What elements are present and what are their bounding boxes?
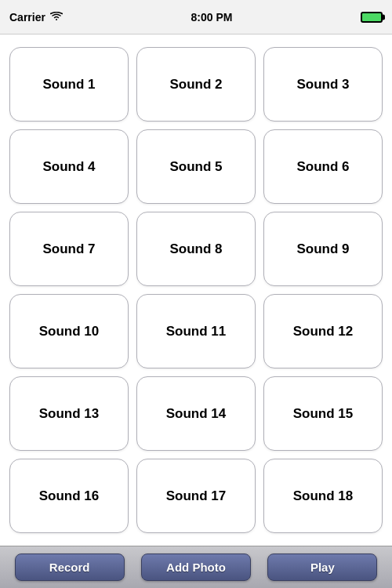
play-button[interactable]: Play: [267, 554, 377, 581]
sound-button-11[interactable]: Sound 11: [136, 294, 256, 368]
sound-button-7[interactable]: Sound 7: [9, 212, 129, 286]
status-left: Carrier: [9, 11, 63, 24]
battery-icon: [361, 12, 383, 23]
wifi-icon: [50, 11, 63, 24]
sound-button-3[interactable]: Sound 3: [263, 47, 383, 122]
sound-button-15[interactable]: Sound 15: [263, 376, 383, 451]
sound-button-9[interactable]: Sound 9: [263, 212, 383, 286]
sound-button-10[interactable]: Sound 10: [9, 294, 129, 368]
carrier-label: Carrier: [9, 11, 45, 24]
sound-button-8[interactable]: Sound 8: [136, 212, 256, 286]
sound-button-18[interactable]: Sound 18: [263, 459, 383, 533]
sound-button-2[interactable]: Sound 2: [136, 47, 256, 122]
toolbar: Record Add Photo Play: [0, 546, 392, 588]
sound-button-13[interactable]: Sound 13: [9, 376, 129, 451]
sound-button-16[interactable]: Sound 16: [9, 459, 129, 533]
sound-grid: Sound 1Sound 2Sound 3Sound 4Sound 5Sound…: [9, 47, 383, 533]
sound-button-4[interactable]: Sound 4: [9, 129, 129, 204]
sound-button-17[interactable]: Sound 17: [136, 459, 256, 533]
sound-button-6[interactable]: Sound 6: [263, 129, 383, 204]
record-button[interactable]: Record: [15, 554, 125, 581]
sound-button-12[interactable]: Sound 12: [263, 294, 383, 368]
status-bar: Carrier 8:00 PM: [0, 0, 392, 34]
status-right: [361, 12, 383, 23]
sound-button-14[interactable]: Sound 14: [136, 376, 256, 451]
sound-button-1[interactable]: Sound 1: [9, 47, 129, 122]
main-content: Sound 1Sound 2Sound 3Sound 4Sound 5Sound…: [0, 34, 392, 546]
sound-button-5[interactable]: Sound 5: [136, 129, 256, 204]
add-photo-button[interactable]: Add Photo: [141, 554, 251, 581]
status-time: 8:00 PM: [191, 11, 233, 24]
